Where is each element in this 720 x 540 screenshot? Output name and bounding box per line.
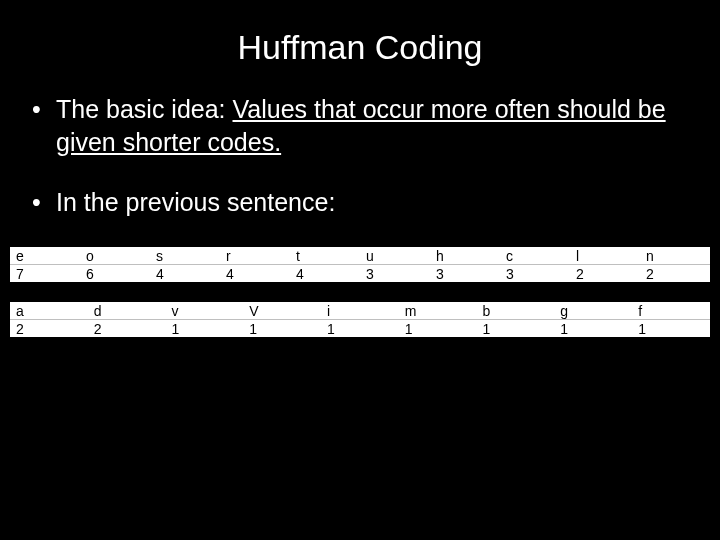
- slide-title: Huffman Coding: [0, 0, 720, 77]
- bullet-text-1: The basic idea: Values that occur more o…: [56, 93, 690, 158]
- table-cell-letter: V: [243, 302, 321, 320]
- table-cell-count: 4: [290, 264, 360, 282]
- table-cell-count: 2: [570, 264, 640, 282]
- table-cell-count: 3: [430, 264, 500, 282]
- table-cell-letter: f: [632, 302, 710, 320]
- table-cell-count: 1: [321, 319, 399, 337]
- table-row: 2 2 1 1 1 1 1 1 1: [10, 319, 710, 337]
- table-row: a d v V i m b g f: [10, 302, 710, 320]
- table-cell-letter: l: [570, 247, 640, 265]
- table-cell-count: 2: [10, 319, 88, 337]
- bullet-dot: •: [30, 93, 56, 158]
- table-cell-letter: o: [80, 247, 150, 265]
- frequency-tables: e o s r t u h c l n 7 6 4 4 4 3 3 3 2: [0, 247, 720, 337]
- table-cell-count: 3: [500, 264, 570, 282]
- table-cell-count: 2: [640, 264, 710, 282]
- table-cell-count: 4: [150, 264, 220, 282]
- table-cell-count: 1: [632, 319, 710, 337]
- table-cell-count: 6: [80, 264, 150, 282]
- table-cell-count: 2: [88, 319, 166, 337]
- frequency-table-1: e o s r t u h c l n 7 6 4 4 4 3 3 3 2: [10, 247, 710, 282]
- table-cell-letter: d: [88, 302, 166, 320]
- table-cell-count: 1: [166, 319, 244, 337]
- bullet-item-2: • In the previous sentence:: [30, 186, 690, 219]
- table-cell-count: 7: [10, 264, 80, 282]
- bullet-1-prefix: The basic idea:: [56, 95, 233, 123]
- slide: Huffman Coding • The basic idea: Values …: [0, 0, 720, 540]
- table-cell-letter: i: [321, 302, 399, 320]
- bullet-dot: •: [30, 186, 56, 219]
- table-cell-count: 1: [477, 319, 555, 337]
- table-cell-count: 4: [220, 264, 290, 282]
- table-cell-letter: m: [399, 302, 477, 320]
- table-row: 7 6 4 4 4 3 3 3 2 2: [10, 264, 710, 282]
- table-cell-letter: n: [640, 247, 710, 265]
- table-cell-letter: c: [500, 247, 570, 265]
- table-cell-count: 1: [243, 319, 321, 337]
- table-cell-letter: s: [150, 247, 220, 265]
- table-cell-letter: h: [430, 247, 500, 265]
- table-cell-letter: v: [166, 302, 244, 320]
- table-cell-letter: b: [477, 302, 555, 320]
- table-cell-letter: u: [360, 247, 430, 265]
- table-cell-letter: a: [10, 302, 88, 320]
- bullet-list: • The basic idea: Values that occur more…: [0, 77, 720, 219]
- table-cell-count: 3: [360, 264, 430, 282]
- table-row: e o s r t u h c l n: [10, 247, 710, 265]
- table-cell-letter: g: [554, 302, 632, 320]
- bullet-item-1: • The basic idea: Values that occur more…: [30, 93, 690, 158]
- bullet-text-2: In the previous sentence:: [56, 186, 690, 219]
- table-cell-count: 1: [399, 319, 477, 337]
- table-cell-letter: e: [10, 247, 80, 265]
- table-cell-count: 1: [554, 319, 632, 337]
- table-cell-letter: t: [290, 247, 360, 265]
- table-cell-letter: r: [220, 247, 290, 265]
- frequency-table-2: a d v V i m b g f 2 2 1 1 1 1 1 1 1: [10, 302, 710, 337]
